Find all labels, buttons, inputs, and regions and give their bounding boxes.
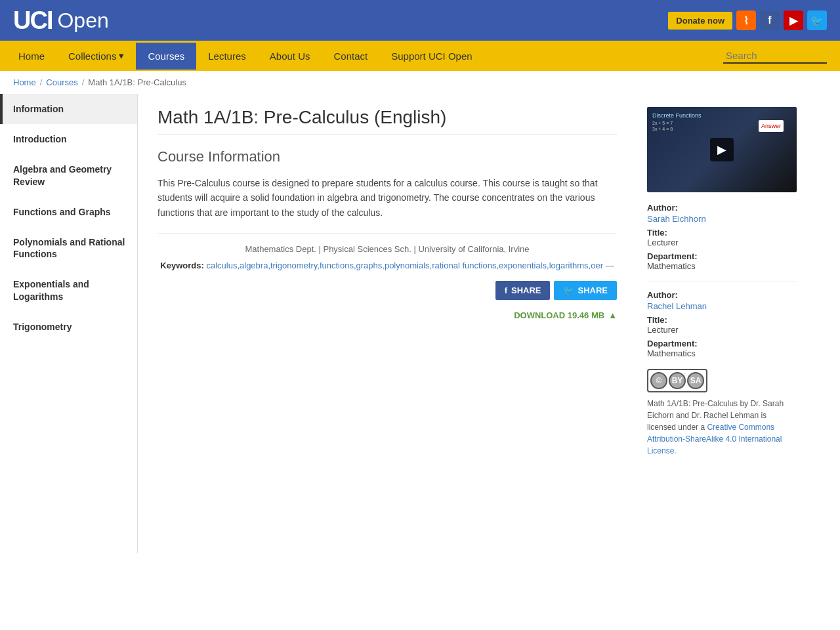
play-button-icon[interactable]: ▶ (710, 138, 734, 161)
author-2-dept-label: Department: (647, 339, 797, 348)
site-logo[interactable]: UCI Open (13, 7, 109, 35)
rss-icon[interactable]: ⌇ (736, 10, 756, 30)
author-2-block: Author: Rachel Lehman Title: Lecturer De… (647, 290, 797, 358)
cc-icon-outer: © BY SA (647, 369, 707, 392)
keywords-label: Keywords: (160, 261, 203, 270)
logo-uci: UCI (13, 7, 52, 35)
youtube-icon[interactable]: ▶ (784, 10, 803, 30)
author-1-name[interactable]: Sarah Eichhorn (647, 214, 797, 224)
download-row[interactable]: DOWNLOAD 19.46 MB ▲ (158, 310, 617, 320)
author-2-name[interactable]: Rachel Lehman (647, 301, 797, 311)
divider-1 (647, 282, 797, 282)
thumbnail-answer-box: Answer (759, 120, 784, 132)
sidebar-item-introduction[interactable]: Introduction (0, 124, 137, 154)
nav-lectures[interactable]: Lectures (196, 43, 258, 70)
author-2-dept: Mathematics (647, 348, 797, 358)
course-description: This Pre-Calculus course is designed to … (158, 176, 617, 220)
twitter-icon[interactable]: 🐦 (807, 10, 827, 30)
breadcrumb-courses[interactable]: Courses (46, 77, 77, 87)
facebook-share-button[interactable]: f SHARE (495, 281, 551, 300)
thumbnail-overlay-text: Discrete Functions 2x + 5 = 7 3x + 4 = 8 (652, 112, 702, 132)
sidebar-item-trigonometry[interactable]: Trigonometry (0, 312, 137, 342)
twitter-share-button[interactable]: 🐦 SHARE (554, 281, 617, 300)
breadcrumb: Home / Courses / Math 1A/1B: Pre-Calculu… (0, 71, 840, 94)
course-institution: Mathematics Dept. | Physical Sciences Sc… (158, 233, 617, 254)
course-thumbnail[interactable]: Discrete Functions 2x + 5 = 7 3x + 4 = 8… (647, 107, 797, 192)
author-2-title: Lecturer (647, 325, 797, 335)
share-row: f SHARE 🐦 SHARE (158, 281, 617, 300)
author-1-label: Author: (647, 203, 797, 213)
keywords-text: calculus,algebra,trigonometry,functions,… (206, 261, 614, 270)
sidebar: Information Introduction Algebra and Geo… (0, 94, 138, 553)
sidebar-item-polynomials[interactable]: Polynomials and Rational Functions (0, 227, 137, 269)
section-title: Course Information (158, 148, 617, 165)
nav-home[interactable]: Home (7, 43, 56, 70)
cc-text: Math 1A/1B: Pre-Calculus by Dr. Sarah Ei… (647, 398, 797, 457)
author-1-block: Author: Sarah Eichhorn Title: Lecturer D… (647, 203, 797, 271)
breadcrumb-sep-2: / (82, 77, 85, 87)
nav-collections[interactable]: Collections ▾ (56, 42, 136, 70)
sidebar-item-information[interactable]: Information (0, 94, 137, 124)
sidebar-item-functions[interactable]: Functions and Graphs (0, 197, 137, 227)
navbar: Home Collections ▾ Courses Lectures Abou… (0, 41, 840, 71)
thumbnail-image: Discrete Functions 2x + 5 = 7 3x + 4 = 8… (647, 107, 797, 192)
keywords-line: Keywords: calculus,algebra,trigonometry,… (158, 261, 617, 270)
search-container (723, 49, 827, 64)
nav-about[interactable]: About Us (258, 43, 322, 70)
twitter-share-icon: 🐦 (563, 285, 574, 295)
cc-circle-sa: SA (687, 372, 704, 389)
cc-circle-cc: © (650, 372, 667, 389)
breadcrumb-current: Math 1A/1B: Pre-Calculus (88, 77, 186, 87)
facebook-share-icon: f (505, 285, 507, 295)
facebook-icon[interactable]: f (760, 10, 780, 30)
twitter-share-label: SHARE (578, 285, 608, 295)
dropdown-arrow-icon: ▾ (119, 50, 124, 62)
cc-circle-by: BY (669, 372, 686, 389)
download-label: DOWNLOAD 19.46 MB (514, 310, 604, 320)
nav-support[interactable]: Support UCI Open (379, 43, 484, 70)
search-input[interactable] (726, 50, 824, 61)
cc-license-block: © BY SA Math 1A/1B: Pre-Calculus by Dr. … (647, 369, 797, 457)
author-2-title-label: Title: (647, 315, 797, 325)
author-1-title-label: Title: (647, 228, 797, 238)
page-title: Math 1A/1B: Pre-Calculus (English) (158, 107, 617, 135)
sidebar-item-exponentials[interactable]: Exponentials and Logarithms (0, 269, 137, 311)
logo-open: Open (57, 9, 108, 33)
site-header: UCI Open Donate now ⌇ f ▶ 🐦 (0, 0, 840, 41)
nav-courses[interactable]: Courses (136, 43, 196, 70)
author-1-dept-label: Department: (647, 251, 797, 261)
main-layout: Information Introduction Algebra and Geo… (0, 94, 840, 553)
cc-icon: © BY SA (647, 369, 797, 392)
header-actions: Donate now ⌇ f ▶ 🐦 (668, 10, 827, 30)
breadcrumb-home[interactable]: Home (13, 77, 36, 87)
author-2-label: Author: (647, 290, 797, 300)
donate-button[interactable]: Donate now (668, 12, 732, 30)
breadcrumb-sep-1: / (40, 77, 43, 87)
nav-contact[interactable]: Contact (322, 43, 380, 70)
download-arrow-icon: ▲ (608, 310, 617, 320)
facebook-share-label: SHARE (511, 285, 541, 295)
right-panel: Discrete Functions 2x + 5 = 7 3x + 4 = 8… (637, 94, 807, 553)
author-1-dept: Mathematics (647, 261, 797, 271)
content-area: Math 1A/1B: Pre-Calculus (English) Cours… (138, 94, 637, 553)
sidebar-item-algebra[interactable]: Algebra and Geometry Review (0, 154, 137, 196)
author-1-title: Lecturer (647, 238, 797, 247)
